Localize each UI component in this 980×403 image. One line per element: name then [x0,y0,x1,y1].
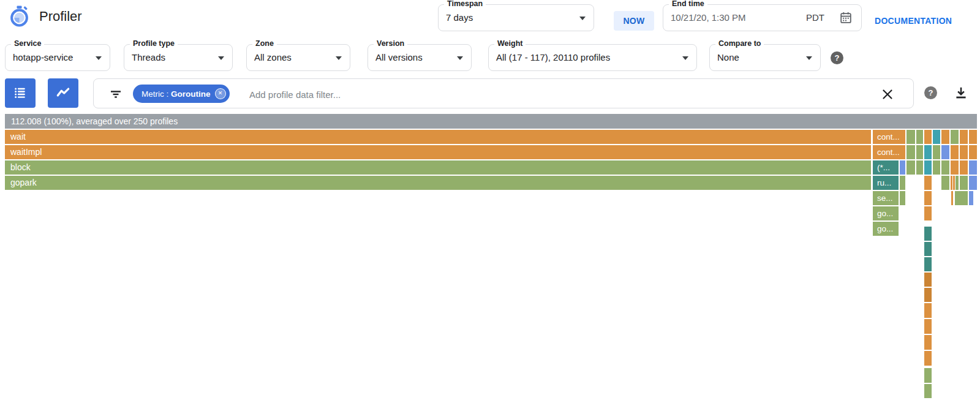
flame-frame[interactable] [960,160,968,175]
flame-frame[interactable] [916,160,923,175]
flame-frame[interactable] [969,160,977,175]
flame-frame[interactable] [907,160,915,175]
flame-frame[interactable] [933,130,940,144]
profiler-page: Profiler Timespan 7 days NOW End time 10… [0,0,980,403]
filter-service-select[interactable]: Servicehotapp-service [5,44,110,71]
flame-frame[interactable] [900,160,905,175]
download-icon[interactable] [953,85,969,101]
flame-frame[interactable] [924,145,932,159]
filter-zone-select[interactable]: ZoneAll zones [246,44,350,71]
chip-prefix: Metric : [141,89,171,99]
flame-frame[interactable] [969,191,973,205]
timezone-label: PDT [806,5,824,31]
flame-frame[interactable] [933,160,940,175]
flame-frame[interactable]: waitImpl [5,145,871,159]
flame-frame[interactable] [969,176,977,190]
flame-frame[interactable] [969,130,977,144]
end-time-field[interactable]: End time 10/21/20, 1:30 PM PDT [663,4,862,31]
flame-frame[interactable] [969,145,977,159]
flame-frame[interactable] [953,176,955,190]
flame-frame[interactable] [900,176,905,190]
chevron-down-icon [218,56,224,60]
flame-frame[interactable] [941,145,949,159]
flame-frame[interactable] [924,384,932,398]
chevron-down-icon [579,17,586,20]
flame-frame[interactable] [924,242,932,256]
flame-frame[interactable] [916,145,923,159]
flame-frame[interactable] [951,191,953,205]
flame-frame[interactable] [924,227,932,241]
flame-frame[interactable] [924,368,932,383]
filter-compare-to-select[interactable]: Compare toNone [709,44,821,71]
flame-frame[interactable] [924,176,932,190]
flame-frame[interactable]: se... [873,191,899,205]
flame-frame[interactable] [955,191,968,205]
flame-frame[interactable] [924,160,932,175]
filter-list-icon [108,87,123,102]
filter-value: All (17 - 117), 20110 profiles [489,45,696,70]
filter-label: Zone [252,39,277,48]
flame-frame[interactable]: (*... [873,160,899,175]
filter-profile-type-select[interactable]: Profile typeThreads [124,44,233,71]
flame-frame[interactable]: block [5,160,871,175]
flame-root-bar[interactable]: 112.008 (100%), averaged over 250 profil… [5,114,977,129]
documentation-link[interactable]: DOCUMENTATION [875,16,952,26]
history-chart-button[interactable] [48,78,78,108]
calendar-icon[interactable] [839,11,853,24]
now-button[interactable]: NOW [614,11,654,31]
filter-value: All zones [247,45,350,70]
filter-version-select[interactable]: VersionAll versions [368,44,472,71]
filter-value: hotapp-service [6,45,110,70]
page-title: Profiler [39,9,82,24]
timespan-select[interactable]: Timespan 7 days [438,4,594,31]
profile-filter-bar: Metric : Goroutine ✕ [93,78,914,108]
flame-frame[interactable]: wait [5,130,871,144]
list-view-button[interactable] [5,78,36,108]
flame-frame[interactable] [924,130,932,144]
metric-goroutine-chip[interactable]: Metric : Goroutine ✕ [133,85,230,103]
flame-frame[interactable] [916,130,923,144]
remove-chip-icon[interactable]: ✕ [215,88,226,99]
help-icon[interactable]: ? [831,51,843,64]
chevron-down-icon [336,56,342,60]
flame-frame[interactable]: cont... [873,130,905,144]
flame-frame[interactable] [924,191,932,205]
flame-frame[interactable] [907,130,915,144]
flame-frame[interactable] [951,176,952,190]
flame-frame[interactable] [900,191,905,205]
flame-frame[interactable] [951,130,959,144]
filter-value: All versions [368,45,471,70]
flame-frame[interactable] [960,145,968,159]
clear-filter-icon[interactable] [880,87,895,102]
flame-frame[interactable]: go... [873,222,899,236]
flame-frame[interactable] [924,351,932,366]
filter-value: None [710,45,820,70]
chevron-down-icon [806,56,812,60]
flame-frame[interactable] [924,257,932,271]
flame-frame[interactable] [924,303,932,318]
end-time-value: 10/21/20, 1:30 PM [663,5,861,31]
flame-frame[interactable] [951,145,959,159]
flame-frame[interactable] [960,130,968,144]
flame-frame[interactable] [924,319,932,334]
filter-weight-select[interactable]: WeightAll (17 - 117), 20110 profiles [488,44,697,71]
flame-frame[interactable]: cont... [873,145,905,159]
flame-frame[interactable] [941,160,949,175]
flame-frame[interactable] [907,145,915,159]
help-icon[interactable]: ? [924,86,937,99]
flame-frame[interactable] [924,273,932,287]
filter-input[interactable] [248,85,679,104]
flame-frame[interactable]: gopark [5,176,871,190]
flame-frame[interactable] [941,130,949,144]
flame-frame[interactable] [924,288,932,302]
flame-frame[interactable]: go... [873,206,899,220]
flame-frame[interactable] [956,176,959,190]
chevron-down-icon [96,56,102,60]
flame-frame[interactable] [924,206,932,220]
flame-frame[interactable] [941,176,949,190]
flame-frame[interactable] [924,335,932,350]
flame-frame[interactable]: ru... [873,176,899,190]
flame-frame[interactable] [960,176,968,190]
flame-frame[interactable] [933,145,940,159]
flame-frame[interactable] [951,160,959,175]
